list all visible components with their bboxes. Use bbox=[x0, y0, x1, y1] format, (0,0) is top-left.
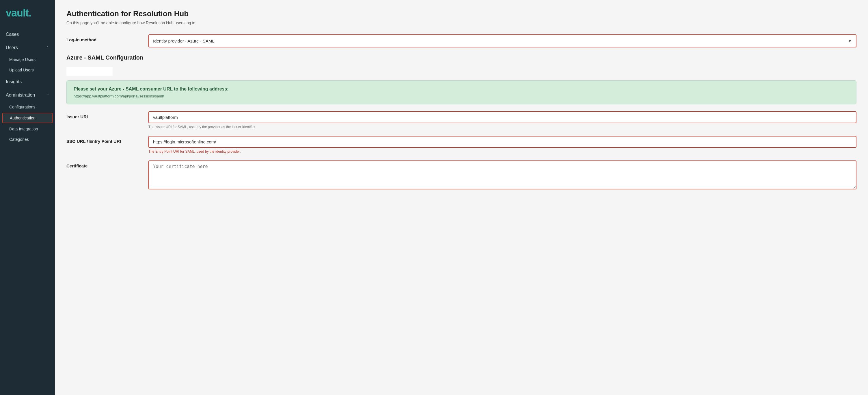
issuer-uri-control: The Issuer URI for SAML, used by the pro… bbox=[148, 111, 857, 129]
page-title: Authentication for Resolution Hub bbox=[66, 9, 857, 18]
sso-url-control: The Entry Point URI for SAML, used by th… bbox=[148, 136, 857, 153]
login-method-control: Identity provider - Azure - SAML Email /… bbox=[148, 34, 857, 48]
sso-url-label: SSO URL / Entry Point URI bbox=[66, 136, 142, 144]
sidebar-item-cases-label: Cases bbox=[6, 32, 19, 37]
sso-url-row: SSO URL / Entry Point URI The Entry Poin… bbox=[66, 136, 857, 153]
saml-config-title: Azure - SAML Configuration bbox=[66, 54, 857, 61]
chevron-up-icon: ⌃ bbox=[46, 46, 49, 50]
chevron-up-icon-admin: ⌃ bbox=[46, 93, 49, 97]
saml-info-box: Please set your Azure - SAML consumer UR… bbox=[66, 80, 857, 104]
saml-tabs bbox=[66, 67, 857, 76]
sidebar-item-insights-label: Insights bbox=[6, 79, 22, 84]
login-method-row: Log-in method Identity provider - Azure … bbox=[66, 34, 857, 48]
certificate-row: Certificate bbox=[66, 161, 857, 191]
page-subtitle: On this page you'll be able to configure… bbox=[66, 21, 857, 25]
login-method-select[interactable]: Identity provider - Azure - SAML Email /… bbox=[149, 35, 856, 47]
sidebar-item-cases[interactable]: Cases bbox=[0, 28, 55, 41]
certificate-control bbox=[148, 161, 857, 191]
certificate-label: Certificate bbox=[66, 161, 142, 168]
sidebar-item-users-label: Users bbox=[6, 45, 18, 50]
sidebar-nav: Cases Users ⌃ Manage Users Upload Users … bbox=[0, 28, 55, 145]
sso-url-hint: The Entry Point URI for SAML, used by th… bbox=[148, 149, 857, 153]
sidebar-item-authentication[interactable]: Authentication bbox=[2, 113, 53, 123]
sso-url-input[interactable] bbox=[148, 136, 857, 148]
sidebar-item-insights[interactable]: Insights bbox=[0, 75, 55, 88]
sidebar: vault. Cases Users ⌃ Manage Users Upload… bbox=[0, 0, 55, 395]
login-method-label: Log-in method bbox=[66, 34, 142, 42]
certificate-textarea[interactable] bbox=[148, 161, 857, 189]
issuer-uri-hint: The Issuer URI for SAML, used by the pro… bbox=[148, 125, 857, 129]
logo: vault. bbox=[0, 0, 55, 28]
login-method-select-wrapper: Identity provider - Azure - SAML Email /… bbox=[148, 34, 857, 48]
issuer-uri-row: Issuer URI The Issuer URI for SAML, used… bbox=[66, 111, 857, 129]
saml-tab-1[interactable] bbox=[66, 67, 113, 76]
saml-consumer-url: https://app.vaultplatform.com/api/portal… bbox=[74, 94, 849, 98]
sidebar-item-administration-label: Administration bbox=[6, 92, 35, 98]
saml-info-box-title: Please set your Azure - SAML consumer UR… bbox=[74, 86, 849, 92]
saml-config-section: Azure - SAML Configuration Please set yo… bbox=[66, 54, 857, 191]
main-content: Authentication for Resolution Hub On thi… bbox=[55, 0, 868, 395]
sidebar-item-data-integration[interactable]: Data Integration bbox=[0, 124, 55, 134]
sidebar-item-administration[interactable]: Administration ⌃ bbox=[0, 88, 55, 102]
sidebar-item-upload-users[interactable]: Upload Users bbox=[0, 65, 55, 75]
sidebar-item-configurations[interactable]: Configurations bbox=[0, 102, 55, 112]
sidebar-item-users[interactable]: Users ⌃ bbox=[0, 41, 55, 54]
issuer-uri-label: Issuer URI bbox=[66, 111, 142, 119]
logo-text: vault. bbox=[6, 7, 31, 19]
sidebar-item-manage-users[interactable]: Manage Users bbox=[0, 54, 55, 65]
issuer-uri-input[interactable] bbox=[148, 111, 857, 123]
sidebar-item-categories[interactable]: Categories bbox=[0, 134, 55, 145]
